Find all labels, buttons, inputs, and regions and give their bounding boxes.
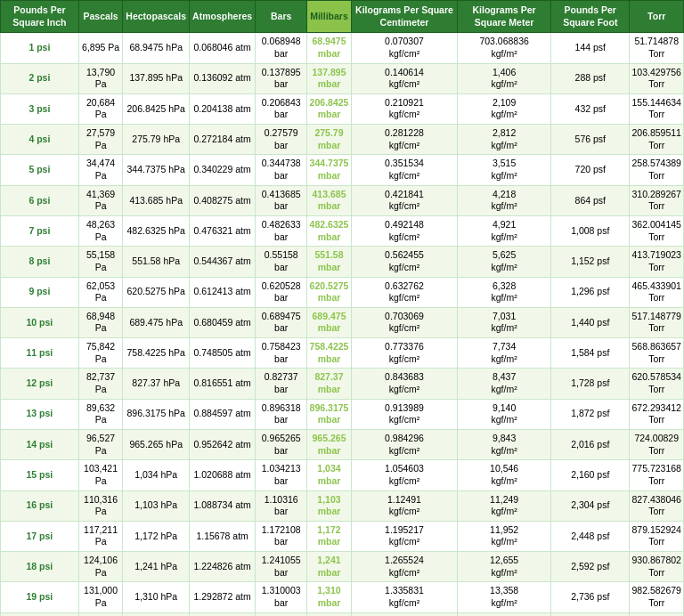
table-cell-r8-c0: 9 psi xyxy=(1,277,79,307)
table-cell-r6-c4: 0.482633 bar xyxy=(256,215,307,246)
table-cell-r18-c2: 1,310 hPa xyxy=(123,582,190,612)
table-cell-r19-c0: 20 psi xyxy=(1,612,79,616)
table-cell-r10-c6: 0.773376kgf/cm² xyxy=(351,338,457,369)
table-cell-r3-c2: 275.79 hPa xyxy=(123,125,190,155)
table-cell-r5-c7: 4,218kgf/m² xyxy=(458,185,551,215)
table-row: 18 psi124,106Pa1,241 hPa1.224826 atm1.24… xyxy=(1,552,684,582)
table-cell-r8-c4: 0.620528 bar xyxy=(256,277,307,307)
table-row: 17 psi117,211Pa1,172 hPa1.15678 atm1.172… xyxy=(1,521,684,551)
table-cell-r5-c6: 0.421841kgf/cm² xyxy=(351,185,457,215)
table-cell-r5-c5: 413.685mbar xyxy=(307,185,352,215)
table-cell-r10-c7: 7,734kgf/m² xyxy=(458,338,551,369)
table-row: 3 psi20,684 Pa206.8425 hPa0.204138 atm0.… xyxy=(1,93,684,124)
table-cell-r11-c3: 0.816551 atm xyxy=(190,369,256,399)
table-cell-r16-c9: 879.152924Torr xyxy=(630,521,684,551)
table-cell-r1-c6: 0.140614kgf/cm² xyxy=(351,63,457,93)
table-row: 5 psi34,474 Pa344.7375 hPa0.340229 atm0.… xyxy=(1,155,684,185)
table-cell-r2-c8: 432 psf xyxy=(551,93,630,124)
table-cell-r19-c7: 14,061kgf/m² xyxy=(458,612,551,616)
table-cell-r11-c9: 620.578534Torr xyxy=(630,369,684,399)
table-cell-r16-c6: 1.195217kgf/cm² xyxy=(351,521,457,551)
table-cell-r10-c4: 0.758423 bar xyxy=(256,338,307,369)
table-row: 19 psi131,000Pa1,310 hPa1.292872 atm1.31… xyxy=(1,582,684,612)
col-header-8: Pounds Per Square Foot xyxy=(551,1,630,33)
table-cell-r15-c3: 1.088734 atm xyxy=(190,490,256,521)
col-header-4: Bars xyxy=(256,1,307,33)
table-cell-r6-c9: 362.004145Torr xyxy=(630,215,684,246)
table-cell-r0-c0: 1 psi xyxy=(1,33,79,63)
table-cell-r9-c1: 68,948 Pa xyxy=(78,307,123,337)
table-row: 10 psi68,948 Pa689.475 hPa0.680459 atm0.… xyxy=(1,307,684,337)
table-row: 1 psi6,895 Pa68.9475 hPa0.068046 atm0.06… xyxy=(1,33,684,63)
table-cell-r19-c3: 1.360918 atm xyxy=(190,612,256,616)
table-cell-r17-c0: 18 psi xyxy=(1,552,79,582)
table-row: 7 psi48,263 Pa482.6325 hPa0.476321 atm0.… xyxy=(1,215,684,246)
table-cell-r12-c4: 0.896318 bar xyxy=(256,399,307,429)
table-cell-r8-c1: 62,053 Pa xyxy=(78,277,123,307)
table-cell-r18-c6: 1.335831kgf/cm² xyxy=(351,582,457,612)
table-row: 13 psi89,632 Pa896.3175 hPa0.884597 atm0… xyxy=(1,399,684,429)
table-cell-r4-c7: 3,515kgf/m² xyxy=(458,155,551,185)
col-header-3: Atmospheres xyxy=(190,1,256,33)
table-cell-r2-c0: 3 psi xyxy=(1,93,79,124)
table-cell-r17-c3: 1.224826 atm xyxy=(190,552,256,582)
col-header-2: Hectopascals xyxy=(123,1,190,33)
table-cell-r9-c2: 689.475 hPa xyxy=(123,307,190,337)
table-cell-r14-c8: 2,160 psf xyxy=(551,460,630,490)
table-cell-r2-c3: 0.204138 atm xyxy=(190,93,256,124)
table-cell-r16-c3: 1.15678 atm xyxy=(190,521,256,551)
table-cell-r7-c5: 551.58mbar xyxy=(307,247,352,277)
table-cell-r14-c3: 1.020688 atm xyxy=(190,460,256,490)
table-row: 12 psi82,737 Pa827.37 hPa0.816551 atm0.8… xyxy=(1,369,684,399)
table-cell-r10-c1: 75,842 Pa xyxy=(78,338,123,369)
table-cell-r9-c3: 0.680459 atm xyxy=(190,307,256,337)
table-cell-r13-c1: 96,527 Pa xyxy=(78,429,123,459)
col-header-9: Torr xyxy=(630,1,684,33)
table-cell-r15-c7: 11,249kgf/m² xyxy=(458,490,551,521)
table-cell-r11-c7: 8,437kgf/m² xyxy=(458,369,551,399)
table-cell-r17-c2: 1,241 hPa xyxy=(123,552,190,582)
table-cell-r3-c7: 2,812kgf/m² xyxy=(458,125,551,155)
table-cell-r10-c3: 0.748505 atm xyxy=(190,338,256,369)
table-cell-r18-c3: 1.292872 atm xyxy=(190,582,256,612)
table-cell-r10-c8: 1,584 psf xyxy=(551,338,630,369)
table-cell-r8-c3: 0.612413 atm xyxy=(190,277,256,307)
table-cell-r2-c2: 206.8425 hPa xyxy=(123,93,190,124)
table-cell-r15-c4: 1.10316 bar xyxy=(256,490,307,521)
table-cell-r0-c1: 6,895 Pa xyxy=(78,33,123,63)
table-row: 9 psi62,053 Pa620.5275 hPa0.612413 atm0.… xyxy=(1,277,684,307)
table-cell-r15-c5: 1,103mbar xyxy=(307,490,352,521)
table-cell-r14-c7: 10,546kgf/m² xyxy=(458,460,551,490)
table-cell-r9-c6: 0.703069kgf/cm² xyxy=(351,307,457,337)
table-row: 2 psi13,790 Pa137.895 hPa0.136092 atm0.1… xyxy=(1,63,684,93)
table-cell-r4-c6: 0.351534kgf/cm² xyxy=(351,155,457,185)
table-cell-r7-c1: 55,158 Pa xyxy=(78,247,123,277)
table-cell-r17-c5: 1,241mbar xyxy=(307,552,352,582)
table-cell-r10-c2: 758.4225 hPa xyxy=(123,338,190,369)
table-cell-r9-c9: 517.148779Torr xyxy=(630,307,684,337)
col-header-5: Millibars xyxy=(307,1,352,33)
table-cell-r0-c5: 68.9475mbar xyxy=(307,33,352,63)
table-cell-r0-c2: 68.9475 hPa xyxy=(123,33,190,63)
table-cell-r19-c5: 1,379mbar xyxy=(307,612,352,616)
table-cell-r7-c9: 413.719023Torr xyxy=(630,247,684,277)
table-cell-r8-c9: 465.433901Torr xyxy=(630,277,684,307)
table-cell-r17-c6: 1.265524kgf/cm² xyxy=(351,552,457,582)
table-cell-r14-c5: 1,034mbar xyxy=(307,460,352,490)
table-cell-r17-c9: 930.867802Torr xyxy=(630,552,684,582)
table-cell-r15-c2: 1,103 hPa xyxy=(123,490,190,521)
table-cell-r9-c4: 0.689475 bar xyxy=(256,307,307,337)
table-cell-r14-c0: 15 psi xyxy=(1,460,79,490)
table-row: 16 psi110,316Pa1,103 hPa1.088734 atm1.10… xyxy=(1,490,684,521)
table-cell-r4-c1: 34,474 Pa xyxy=(78,155,123,185)
col-header-0: Pounds Per Square Inch xyxy=(1,1,79,33)
table-cell-r5-c4: 0.413685 bar xyxy=(256,185,307,215)
table-cell-r10-c9: 568.863657Torr xyxy=(630,338,684,369)
table-cell-r12-c5: 896.3175mbar xyxy=(307,399,352,429)
table-row: 14 psi96,527 Pa965.265 hPa0.952642 atm0.… xyxy=(1,429,684,459)
table-cell-r1-c5: 137.895mbar xyxy=(307,63,352,93)
table-cell-r12-c9: 672.293412Torr xyxy=(630,399,684,429)
table-cell-r2-c7: 2,109kgf/m² xyxy=(458,93,551,124)
table-cell-r18-c7: 13,358kgf/m² xyxy=(458,582,551,612)
table-cell-r12-c7: 9,140kgf/m² xyxy=(458,399,551,429)
